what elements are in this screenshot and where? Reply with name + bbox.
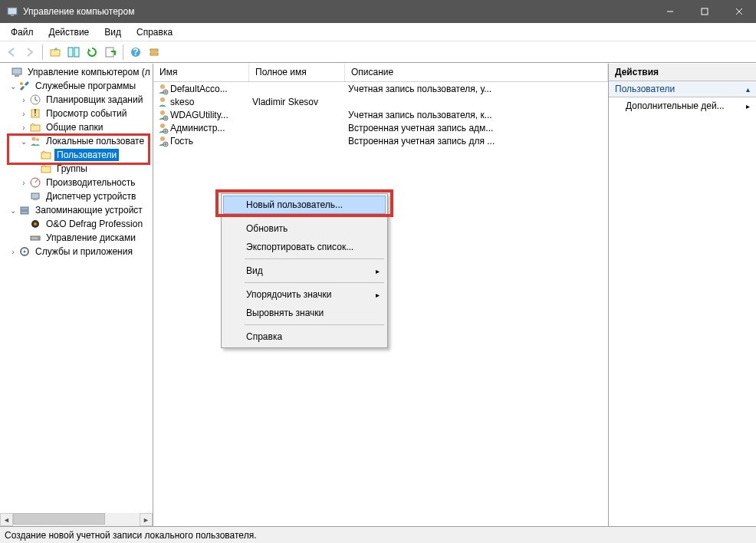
separator: [245, 282, 384, 283]
minimize-button[interactable]: [652, 0, 687, 23]
tree-scheduler[interactable]: › Планировщик заданий: [0, 93, 153, 107]
svg-point-35: [24, 251, 26, 253]
svg-point-22: [36, 138, 39, 141]
tree-services[interactable]: › Службы и приложения: [0, 245, 153, 258]
defrag-icon: [29, 218, 41, 230]
svg-point-16: [20, 82, 23, 85]
export-button[interactable]: [102, 44, 119, 61]
folder-shared-icon: [29, 121, 41, 133]
ctx-view[interactable]: Вид▸: [223, 262, 386, 280]
close-button[interactable]: [721, 0, 756, 23]
titlebar: Управление компьютером: [0, 0, 756, 23]
menu-action[interactable]: Действие: [41, 25, 97, 40]
tree-events[interactable]: › ! Просмотр событий: [0, 107, 153, 120]
tree-users[interactable]: Пользователи: [0, 148, 153, 162]
ctx-new-user[interactable]: Новый пользователь...: [223, 196, 386, 214]
svg-rect-0: [8, 8, 17, 15]
scroll-left-button[interactable]: ◄: [0, 513, 13, 526]
help-button[interactable]: ?: [127, 44, 144, 61]
tree-root[interactable]: Управление компьютером (л: [0, 65, 153, 79]
svg-rect-1: [11, 15, 14, 16]
back-button[interactable]: [3, 44, 20, 61]
svg-point-43: [160, 137, 165, 141]
properties-button[interactable]: [146, 44, 163, 61]
action-panel: Действия Пользователи ▴ Дополнительные д…: [609, 64, 756, 526]
table-row[interactable]: Гость Встроенная учетная запись для ...: [153, 134, 608, 147]
col-desc[interactable]: Описание: [345, 64, 608, 81]
svg-point-41: [160, 123, 165, 128]
menu-file[interactable]: Файл: [3, 25, 41, 40]
maximize-button[interactable]: [687, 0, 721, 23]
tree-diskmgr[interactable]: Управление дисками: [0, 231, 153, 245]
tree-storage[interactable]: ⌄ Запоминающие устройст: [0, 203, 153, 217]
separator: [245, 258, 384, 259]
ctx-arrange[interactable]: Упорядочить значки▸: [223, 285, 386, 304]
folder-icon: [40, 163, 52, 175]
scroll-thumb[interactable]: [13, 513, 105, 525]
svg-rect-14: [12, 68, 21, 74]
col-fullname[interactable]: Полное имя: [249, 64, 345, 81]
user-icon: [156, 96, 169, 108]
show-hide-button[interactable]: [65, 44, 82, 61]
tree-panel[interactable]: Управление компьютером (л ⌄ Служебные пр…: [0, 64, 153, 526]
menu-help[interactable]: Справка: [129, 25, 180, 40]
chevron-right-icon[interactable]: ›: [8, 248, 18, 256]
table-row[interactable]: skeso Vladimir Skesov: [153, 95, 608, 108]
toolbar: ?: [0, 41, 756, 63]
svg-rect-12: [150, 49, 158, 51]
list-header: Имя Полное имя Описание: [153, 64, 608, 82]
refresh-button[interactable]: [84, 44, 100, 61]
status-bar: Создание новой учетной записи локального…: [0, 526, 756, 543]
ctx-align[interactable]: Выровнять значки: [223, 304, 386, 322]
svg-point-21: [32, 137, 36, 141]
menu-view[interactable]: Вид: [97, 25, 129, 40]
chevron-right-icon[interactable]: ›: [18, 110, 29, 118]
svg-text:?: ?: [133, 47, 138, 58]
scroll-right-button[interactable]: ►: [140, 513, 153, 526]
perf-icon: [29, 176, 41, 189]
events-icon: !: [29, 107, 41, 120]
tree-devmgr[interactable]: Диспетчер устройств: [0, 189, 153, 203]
col-name[interactable]: Имя: [153, 64, 249, 81]
table-row[interactable]: WDAGUtility... Учетная запись пользовате…: [153, 108, 608, 121]
chevron-right-icon[interactable]: ›: [18, 123, 29, 132]
tree-defrag[interactable]: O&O Defrag Profession: [0, 217, 153, 231]
svg-rect-13: [150, 53, 158, 55]
svg-rect-6: [51, 50, 60, 56]
svg-rect-8: [74, 48, 79, 57]
storage-icon: [18, 204, 31, 216]
svg-point-33: [38, 238, 39, 239]
tree-perf[interactable]: › Производительность: [0, 176, 153, 189]
user-icon: [156, 122, 169, 134]
svg-rect-26: [31, 193, 39, 199]
chevron-right-icon[interactable]: ›: [18, 179, 29, 187]
forward-button[interactable]: [21, 44, 38, 61]
tree-systools[interactable]: ⌄ Служебные программы: [0, 79, 153, 93]
svg-rect-20: [31, 125, 40, 131]
device-icon: [29, 190, 41, 202]
actions-more[interactable]: Дополнительные дей... ▸: [609, 97, 756, 114]
tree-localusers[interactable]: ⌄ Локальные пользовате: [0, 134, 153, 148]
ctx-refresh[interactable]: Обновить: [223, 219, 386, 238]
svg-rect-27: [33, 199, 38, 200]
svg-point-39: [160, 110, 165, 115]
tree-shared[interactable]: › Общие папки: [0, 120, 153, 134]
chevron-down-icon[interactable]: ⌄: [8, 206, 18, 215]
context-menu: Новый пользователь... Обновить Экспортир…: [221, 193, 388, 348]
ctx-export[interactable]: Экспортировать список...: [223, 238, 386, 256]
chevron-down-icon[interactable]: ⌄: [18, 137, 29, 146]
disk-icon: [29, 232, 41, 244]
ctx-help[interactable]: Справка: [223, 327, 386, 346]
table-row[interactable]: DefaultAcco... Учетная запись пользовате…: [153, 82, 608, 95]
table-row[interactable]: Администр... Встроенная учетная запись а…: [153, 121, 608, 134]
up-button[interactable]: [47, 44, 64, 61]
chevron-right-icon[interactable]: ›: [18, 96, 29, 104]
separator: [245, 216, 384, 217]
chevron-down-icon[interactable]: ⌄: [8, 82, 18, 90]
svg-rect-7: [68, 48, 73, 57]
tree-scrollbar[interactable]: ◄ ►: [0, 513, 153, 526]
actions-section-users[interactable]: Пользователи ▴: [609, 81, 756, 97]
status-text: Создание новой учетной записи локального…: [5, 530, 256, 541]
tree-groups[interactable]: Группы: [0, 162, 153, 176]
svg-text:!: !: [34, 107, 36, 118]
